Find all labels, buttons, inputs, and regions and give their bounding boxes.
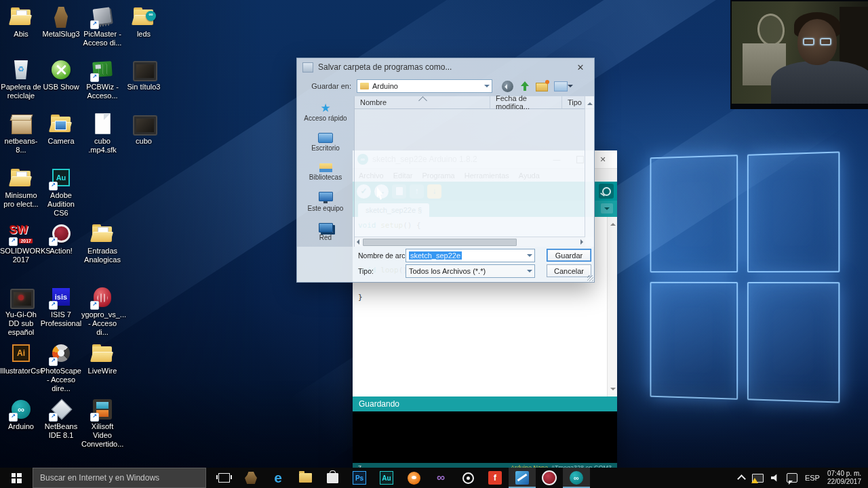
column-nombre[interactable]: Nombre bbox=[355, 96, 490, 108]
language-indicator[interactable]: ESP bbox=[805, 474, 820, 482]
taskbar-apps: e Ps Au ∞ f ∞ bbox=[210, 468, 590, 488]
sort-chevron-icon bbox=[418, 96, 427, 105]
taskbar-visual-studio[interactable]: ∞ bbox=[427, 468, 454, 488]
sidebar-item-bibliotecas[interactable]: Bibliotecas bbox=[297, 157, 354, 187]
taskbar-filmora[interactable]: f bbox=[481, 468, 509, 488]
usb-show-icon bbox=[49, 58, 73, 81]
taskbar-store[interactable] bbox=[319, 468, 346, 488]
taskbar-metalslug[interactable] bbox=[237, 468, 264, 488]
serial-monitor-button[interactable] bbox=[599, 184, 614, 199]
desktop-icon-livewire[interactable]: LiveWire bbox=[81, 342, 123, 375]
desktop-icon-abis[interactable]: Abis bbox=[0, 5, 42, 39]
dialog-icon bbox=[302, 62, 313, 73]
desktop-icon-usb-show[interactable]: USB Show bbox=[40, 58, 82, 92]
cancelar-button[interactable]: Cancelar bbox=[547, 264, 591, 277]
console-output bbox=[353, 411, 617, 463]
desktop-icon-sin-titulo3[interactable]: Sin título3 bbox=[123, 58, 165, 92]
taskbar-search-box[interactable]: Buscar en Internet y en Windows bbox=[33, 468, 206, 488]
taskbar-edge[interactable]: e bbox=[264, 468, 292, 488]
up-one-level-button[interactable] bbox=[519, 81, 530, 92]
action-icon bbox=[542, 470, 557, 485]
desktop-icon-xilisoft[interactable]: Xilisoft Video Convertido... bbox=[81, 398, 123, 449]
folder-icon bbox=[49, 113, 73, 136]
taskbar-file-explorer[interactable] bbox=[292, 468, 319, 488]
shortcut-arrow-icon bbox=[49, 357, 58, 366]
desktop-icon-ygopro[interactable]: ygopro_vs_... - Acceso di... bbox=[81, 286, 123, 337]
taskbar-photoshop[interactable]: Ps bbox=[346, 468, 373, 488]
groove-icon bbox=[462, 472, 474, 484]
new-folder-button[interactable] bbox=[536, 83, 548, 92]
recycle-bin-icon bbox=[9, 58, 33, 81]
taskbar-blender[interactable] bbox=[400, 468, 427, 488]
desktop-icon-arduino[interactable]: ∞ Arduino bbox=[0, 398, 42, 431]
shortcut-arrow-icon bbox=[90, 73, 99, 82]
filename-combobox[interactable]: sketch_sep22e bbox=[406, 249, 535, 262]
desktop-icon-audition[interactable]: Au Adobe Audition CS6 bbox=[40, 167, 82, 218]
desktop-icon-pcbwiz[interactable]: PCBWiz - Acceso... bbox=[81, 58, 123, 100]
person-torso bbox=[771, 61, 868, 104]
desktop-icon-camera[interactable]: Camera bbox=[40, 113, 82, 146]
taskbar-groove[interactable] bbox=[454, 468, 481, 488]
scrollbar-thumb[interactable] bbox=[363, 239, 517, 246]
close-button[interactable]: ✕ bbox=[593, 155, 612, 164]
tray-expand-icon[interactable] bbox=[737, 474, 746, 483]
desktop-icon-netbeans-ide[interactable]: NetBeans IDE 8.1 bbox=[40, 398, 82, 440]
resize-grip[interactable] bbox=[587, 275, 593, 281]
guardar-button[interactable]: Guardar bbox=[547, 249, 591, 262]
shortcut-arrow-icon bbox=[49, 182, 58, 190]
volume-icon[interactable] bbox=[771, 474, 779, 482]
list-vertical-scrollbar[interactable] bbox=[585, 96, 594, 237]
clock[interactable]: 07:40 p. m. 22/09/2017 bbox=[827, 470, 861, 487]
shortcut-arrow-icon bbox=[90, 413, 99, 422]
desktop-icon-picmaster[interactable]: PicMaster - Acceso di... bbox=[81, 5, 123, 47]
view-menu-button[interactable] bbox=[554, 81, 568, 92]
sidebar-item-red[interactable]: Red bbox=[297, 217, 354, 247]
tab-menu-button[interactable] bbox=[601, 203, 613, 214]
scroll-right-icon bbox=[580, 239, 583, 245]
taskbar: Buscar en Internet y en Windows e Ps Au … bbox=[0, 468, 868, 488]
task-view-button[interactable] bbox=[210, 468, 237, 488]
desktop-icon-illustrator[interactable]: Ai IllustratorCs6 bbox=[0, 342, 42, 375]
sidebar-item-este-equipo[interactable]: Este equipo bbox=[297, 187, 354, 217]
desktop-icon-minisumo[interactable]: Minisumo pro elect... bbox=[0, 167, 42, 209]
shortcut-arrow-icon bbox=[49, 413, 58, 422]
file-list-area[interactable]: Nombre Fecha de modifica... Tipo bbox=[354, 96, 594, 247]
desktop-icon-metalslug3[interactable]: MetalSlug3 bbox=[40, 5, 82, 39]
column-fecha[interactable]: Fecha de modifica... bbox=[490, 96, 562, 108]
desktop: Abis MetalSlug3 PicMaster - Acceso di...… bbox=[0, 0, 868, 488]
folder-arduino-icon bbox=[132, 5, 156, 28]
desktop-icon-entradas[interactable]: Entradas Analogicas bbox=[81, 222, 123, 264]
action-center-icon[interactable] bbox=[787, 473, 797, 483]
dialog-title: Salvar carpeta de programas como... bbox=[318, 62, 568, 72]
desktop-icon-cubo[interactable]: cubo bbox=[123, 113, 165, 146]
taskbar-xilisoft[interactable] bbox=[509, 468, 536, 488]
network-status-icon[interactable] bbox=[752, 474, 764, 483]
desktop-icon-photoscape[interactable]: PhotoScape - Acceso dire... bbox=[40, 342, 82, 393]
desktop-icon-isis[interactable]: isis ISIS 7 Professional bbox=[40, 286, 82, 328]
taskbar-action[interactable] bbox=[536, 468, 563, 488]
editor-scrollbar[interactable] bbox=[607, 217, 617, 396]
desktop-icon-leds[interactable]: leds bbox=[123, 5, 165, 39]
dialog-titlebar[interactable]: Salvar carpeta de programas como... ✕ bbox=[297, 58, 594, 76]
desktop-icon-action[interactable]: Action! bbox=[40, 222, 82, 256]
xilisoft-icon bbox=[515, 471, 529, 485]
taskbar-arduino[interactable]: ∞ bbox=[563, 468, 590, 488]
filename-value: sketch_sep22e bbox=[409, 251, 462, 260]
sidebar-item-escritorio[interactable]: Escritorio bbox=[297, 127, 354, 157]
desktop-icon-netbeans-installer[interactable]: netbeans-8... bbox=[0, 113, 42, 155]
desktop-icon bbox=[318, 133, 333, 143]
location-combobox[interactable]: Arduino bbox=[357, 79, 492, 93]
taskbar-audition[interactable]: Au bbox=[373, 468, 400, 488]
desktop-icon-solidworks[interactable]: SW2017 SOLIDWORKS 2017 bbox=[0, 222, 42, 264]
desktop-icon-recycle-bin[interactable]: Papelera de reciclaje bbox=[0, 58, 42, 100]
shortcut-arrow-icon bbox=[90, 20, 99, 29]
desktop-icon-yugioh[interactable]: Yu-Gi-Oh DD sub español bbox=[0, 286, 42, 337]
dialog-close-button[interactable]: ✕ bbox=[572, 62, 589, 73]
chevron-down-icon bbox=[527, 270, 532, 275]
list-horizontal-scrollbar[interactable] bbox=[355, 237, 585, 247]
start-button[interactable] bbox=[0, 468, 33, 488]
filetype-combobox[interactable]: Todos los Archivos (*.*) bbox=[406, 264, 535, 278]
sidebar-item-acceso-rapido[interactable]: ★Acceso rápido bbox=[297, 98, 354, 127]
back-button[interactable] bbox=[502, 81, 513, 92]
desktop-icon-cubo-sfk[interactable]: cubo .mp4.sfk bbox=[81, 113, 123, 155]
